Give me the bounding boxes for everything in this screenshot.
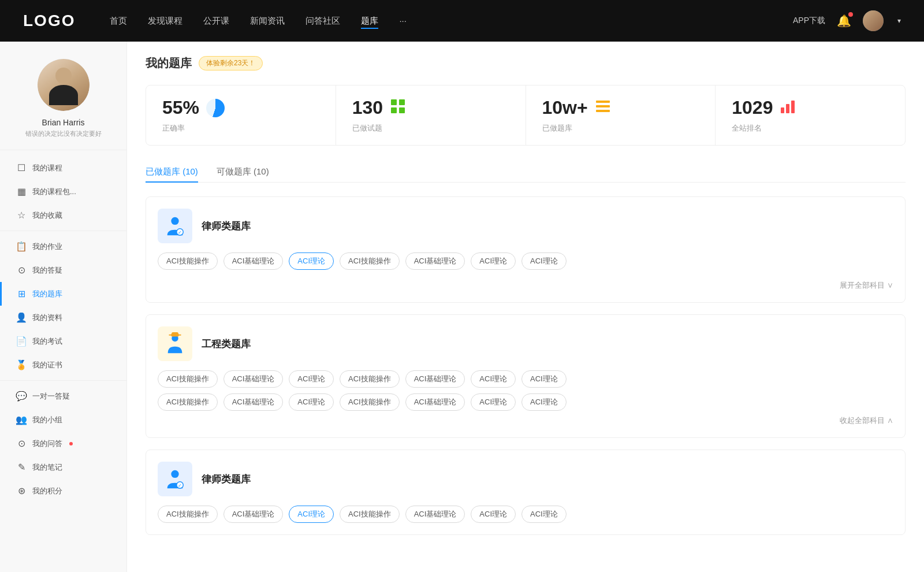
subject-tag[interactable]: ACI基础理论 xyxy=(223,252,284,270)
subject-tag[interactable]: ACI理论 xyxy=(521,506,567,523)
subject-tag[interactable]: ACI技能操作 xyxy=(158,393,218,411)
sidebar-item-cert[interactable]: 🏅 我的证书 xyxy=(0,353,126,377)
sidebar-label-notes: 我的笔记 xyxy=(32,462,62,473)
subject-tag[interactable]: ACI基础理论 xyxy=(223,393,284,411)
sidebar-label-homework: 我的作业 xyxy=(32,242,62,252)
sidebar-item-bank[interactable]: ⊞ 我的题库 xyxy=(0,282,126,306)
bank-section-3: ✓ 律师类题库 ACI技能操作 ACI基础理论 ACI理论 ACI技能操作 AC… xyxy=(146,450,906,535)
subject-tag[interactable]: ACI技能操作 xyxy=(158,370,218,388)
notification-badge xyxy=(848,12,853,17)
collapse-link-2[interactable]: 收起全部科目 ∧ xyxy=(158,415,893,426)
subject-tag[interactable]: ACI理论 xyxy=(521,393,567,411)
subject-tag-selected[interactable]: ACI理论 xyxy=(289,506,334,523)
nav-item-qa[interactable]: 问答社区 xyxy=(305,16,340,27)
course-icon: ☐ xyxy=(16,162,27,173)
sidebar-item-collect[interactable]: ☆ 我的收藏 xyxy=(0,203,126,227)
qa-dot xyxy=(69,442,73,445)
sidebar-item-exam[interactable]: 📄 我的考试 xyxy=(0,329,126,353)
subject-tag[interactable]: ACI基础理论 xyxy=(405,393,465,411)
svg-rect-8 xyxy=(786,104,789,113)
page-header: 我的题库 体验剩余23天！ xyxy=(146,55,906,71)
nav-item-news[interactable]: 新闻资讯 xyxy=(250,16,285,27)
bank-section-1: ✓ 律师类题库 ACI技能操作 ACI基础理论 ACI理论 ACI技能操作 AC… xyxy=(146,196,906,303)
sidebar-item-question[interactable]: ⊙ 我的答疑 xyxy=(0,258,126,282)
star-icon: ☆ xyxy=(16,210,27,221)
tab-done-banks[interactable]: 已做题库 (10) xyxy=(146,162,198,182)
bank-name-2: 工程类题库 xyxy=(202,337,251,351)
svg-rect-3 xyxy=(399,107,405,113)
stat-top-accuracy: 55% xyxy=(162,97,319,118)
sidebar-item-notes[interactable]: ✎ 我的笔记 xyxy=(0,455,126,479)
sidebar-item-group[interactable]: 👥 我的小组 xyxy=(0,408,126,432)
subject-tag[interactable]: ACI理论 xyxy=(471,506,516,523)
subject-tag[interactable]: ACI技能操作 xyxy=(340,252,400,270)
sidebar-item-1on1[interactable]: 💬 一对一答疑 xyxy=(0,384,126,408)
sidebar-item-course[interactable]: ☐ 我的课程 xyxy=(0,156,126,180)
main-content: 我的题库 体验剩余23天！ 55% 正确率 130 xyxy=(127,42,924,572)
homework-icon: 📋 xyxy=(16,241,27,252)
nav-item-open[interactable]: 公开课 xyxy=(203,16,229,27)
subject-tag[interactable]: ACI基础理论 xyxy=(405,252,465,270)
stat-value-rank: 1029 xyxy=(732,97,773,118)
sidebar-label-points: 我的积分 xyxy=(32,486,62,496)
subject-tag[interactable]: ACI理论 xyxy=(521,370,567,388)
bank-icon-engineer xyxy=(158,326,192,361)
nav-item-home[interactable]: 首页 xyxy=(110,16,127,27)
subject-tag[interactable]: ACI理论 xyxy=(471,252,516,270)
subject-tag[interactable]: ACI基础理论 xyxy=(405,370,465,388)
navbar: LOGO 首页 发现课程 公开课 新闻资讯 问答社区 题库 ··· APP下载 … xyxy=(0,0,924,42)
app-download-btn[interactable]: APP下载 xyxy=(793,16,825,26)
subject-tag[interactable]: ACI技能操作 xyxy=(158,252,218,270)
nav-item-more[interactable]: ··· xyxy=(399,16,407,27)
sidebar-label-course: 我的课程 xyxy=(32,163,62,173)
myqa-icon: ⊙ xyxy=(16,438,27,449)
subject-tag[interactable]: ACI理论 xyxy=(471,393,516,411)
expand-link-1[interactable]: 展开全部科目 ∨ xyxy=(158,280,893,291)
sidebar-label-group: 我的小组 xyxy=(32,415,62,425)
package-icon: ▦ xyxy=(16,186,27,197)
svg-text:✓: ✓ xyxy=(178,483,182,488)
subject-tag-selected[interactable]: ACI理论 xyxy=(289,252,334,270)
subject-tag[interactable]: ACI基础理论 xyxy=(223,506,284,523)
nav-item-discover[interactable]: 发现课程 xyxy=(148,16,182,27)
stat-top-done-b: 10w+ xyxy=(542,97,699,118)
sidebar-item-points[interactable]: ⊛ 我的积分 xyxy=(0,479,126,503)
subject-tag[interactable]: ACI基础理论 xyxy=(405,506,465,523)
sidebar-item-profile[interactable]: 👤 我的资料 xyxy=(0,306,126,329)
subject-tag[interactable]: ACI基础理论 xyxy=(223,370,284,388)
subject-tag[interactable]: ACI理论 xyxy=(471,370,516,388)
points-icon: ⊛ xyxy=(16,485,27,496)
stat-label-done-q: 已做试题 xyxy=(352,123,509,133)
sidebar-motto: 错误的决定比没有决定要好 xyxy=(25,129,102,138)
svg-rect-6 xyxy=(596,110,610,112)
subject-tag[interactable]: ACI理论 xyxy=(289,393,334,411)
subject-tag[interactable]: ACI技能操作 xyxy=(340,393,400,411)
subject-tag[interactable]: ACI理论 xyxy=(521,252,567,270)
stat-value-done-b: 10w+ xyxy=(542,97,588,118)
tab-available-banks[interactable]: 可做题库 (10) xyxy=(217,162,269,182)
sidebar-label-collect: 我的收藏 xyxy=(32,210,62,221)
svg-rect-4 xyxy=(596,101,610,103)
sidebar-item-myqa[interactable]: ⊙ 我的问答 xyxy=(0,432,126,455)
notes-icon: ✎ xyxy=(16,462,27,473)
sidebar-item-homework[interactable]: 📋 我的作业 xyxy=(0,235,126,258)
stats-row: 55% 正确率 130 已做 xyxy=(146,85,906,146)
user-menu-chevron[interactable]: ▾ xyxy=(897,17,901,25)
profile-icon: 👤 xyxy=(16,312,27,323)
stat-value-done-q: 130 xyxy=(352,97,383,118)
user-avatar-nav[interactable] xyxy=(863,10,884,31)
notification-bell[interactable]: 🔔 xyxy=(837,14,851,28)
list-icon xyxy=(595,98,611,118)
bank-name-1: 律师类题库 xyxy=(202,220,251,233)
subject-tag[interactable]: ACI技能操作 xyxy=(340,506,400,523)
subject-tag[interactable]: ACI理论 xyxy=(289,370,334,388)
trial-badge: 体验剩余23天！ xyxy=(199,56,263,70)
exam-icon: 📄 xyxy=(16,336,27,347)
sidebar-item-package[interactable]: ▦ 我的课程包... xyxy=(0,180,126,203)
subject-tag[interactable]: ACI技能操作 xyxy=(158,506,218,523)
nav-item-bank[interactable]: 题库 xyxy=(361,16,378,27)
subject-tag[interactable]: ACI技能操作 xyxy=(340,370,400,388)
stat-value-accuracy: 55% xyxy=(162,97,199,118)
logo[interactable]: LOGO xyxy=(23,12,75,30)
svg-point-17 xyxy=(171,470,178,478)
